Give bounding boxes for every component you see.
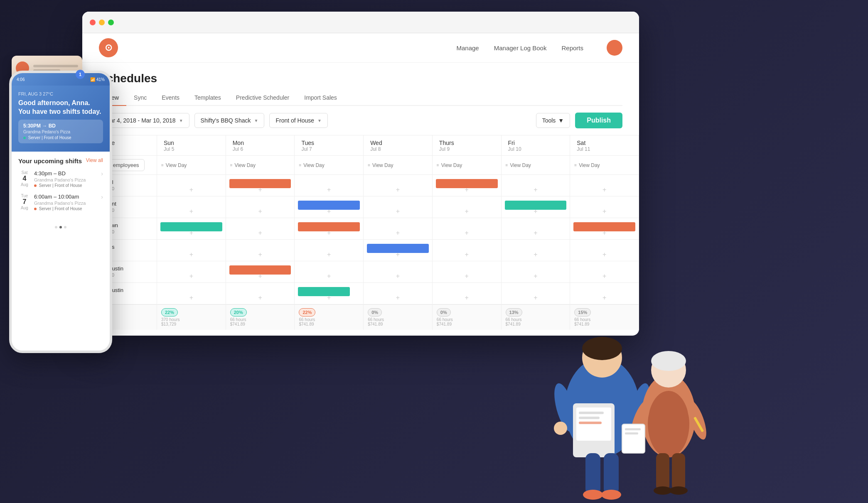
shift-0-sat[interactable]: + bbox=[570, 175, 639, 196]
add-shift-icon[interactable]: + bbox=[327, 251, 331, 258]
shift-1-mon[interactable]: + bbox=[226, 196, 295, 218]
shift-4-wed[interactable]: + bbox=[364, 261, 433, 283]
add-shift-icon[interactable]: + bbox=[465, 272, 469, 280]
add-shift-icon[interactable]: + bbox=[258, 208, 262, 215]
shift-1-sun[interactable]: + bbox=[157, 196, 226, 218]
view-day-tues-btn[interactable]: ≡ View Day bbox=[299, 162, 324, 168]
shift-4-sun[interactable]: + bbox=[157, 261, 226, 283]
add-shift-icon[interactable]: + bbox=[189, 272, 193, 280]
nav-reports[interactable]: Reports bbox=[561, 44, 583, 52]
add-shift-icon[interactable]: + bbox=[189, 294, 193, 302]
add-shift-icon[interactable]: + bbox=[534, 294, 537, 302]
publish-button[interactable]: Publish bbox=[575, 113, 622, 128]
shift-0-wed[interactable]: + bbox=[364, 175, 433, 196]
tab-events[interactable]: Events bbox=[154, 91, 187, 106]
add-shift-icon[interactable]: + bbox=[602, 186, 606, 194]
shift-1-fri[interactable]: + bbox=[502, 196, 570, 218]
add-shift-icon[interactable]: + bbox=[602, 208, 606, 215]
tab-import[interactable]: Import Sales bbox=[297, 91, 344, 106]
shift-0-tues[interactable]: + bbox=[295, 175, 364, 196]
shift-5-wed[interactable]: + bbox=[364, 283, 433, 304]
shift-5-thurs[interactable]: + bbox=[433, 283, 502, 304]
add-shift-icon[interactable]: + bbox=[327, 229, 331, 237]
view-day-mon-btn[interactable]: ≡ View Day bbox=[230, 162, 256, 168]
expand-dot[interactable] bbox=[108, 20, 114, 25]
add-shift-icon[interactable]: + bbox=[258, 229, 262, 237]
view-day-sun-btn[interactable]: ≡ View Day bbox=[161, 162, 187, 168]
shift-3-wed[interactable]: + bbox=[364, 240, 433, 261]
tab-sync[interactable]: Sync bbox=[126, 91, 154, 106]
add-shift-icon[interactable]: + bbox=[396, 294, 400, 302]
shift-4-thurs[interactable]: + bbox=[433, 261, 502, 283]
minimize-dot[interactable] bbox=[99, 20, 105, 25]
date-range-dropdown[interactable]: Mar 4, 2018 - Mar 10, 2018 ▼ bbox=[99, 113, 189, 128]
shift-0-fri[interactable]: + bbox=[502, 175, 570, 196]
shift-1-thurs[interactable]: + bbox=[433, 196, 502, 218]
add-shift-icon[interactable]: + bbox=[465, 294, 469, 302]
shift-1-wed[interactable]: + bbox=[364, 196, 433, 218]
shift-4-tues[interactable]: + bbox=[295, 261, 364, 283]
add-shift-icon[interactable]: + bbox=[258, 294, 262, 302]
shift-2-mon[interactable]: + bbox=[226, 218, 295, 240]
add-shift-icon[interactable]: + bbox=[602, 272, 606, 280]
add-shift-icon[interactable]: + bbox=[602, 229, 606, 237]
shift-5-mon[interactable]: + bbox=[226, 283, 295, 304]
view-all-link[interactable]: View all bbox=[86, 157, 103, 163]
shift-2-sun[interactable]: + bbox=[157, 218, 226, 240]
nav-log-book[interactable]: Manager Log Book bbox=[494, 44, 547, 52]
shift-2-thurs[interactable]: + bbox=[433, 218, 502, 240]
shift-0-sun[interactable]: + bbox=[157, 175, 226, 196]
add-shift-icon[interactable]: + bbox=[534, 208, 537, 215]
add-shift-icon[interactable]: + bbox=[465, 251, 469, 258]
add-shift-icon[interactable]: + bbox=[534, 186, 537, 194]
add-shift-icon[interactable]: + bbox=[396, 251, 400, 258]
add-shift-icon[interactable]: + bbox=[189, 251, 193, 258]
add-shift-icon[interactable]: + bbox=[534, 229, 537, 237]
view-day-wed-btn[interactable]: ≡ View Day bbox=[368, 162, 393, 168]
shift-3-mon[interactable]: + bbox=[226, 240, 295, 261]
shift-item-0[interactable]: Sat 4 Aug 4:30pm – BD Grandma Padano's P… bbox=[18, 170, 103, 188]
shift-3-sun[interactable]: + bbox=[157, 240, 226, 261]
add-shift-icon[interactable]: + bbox=[602, 251, 606, 258]
shift-5-fri[interactable]: + bbox=[502, 283, 570, 304]
add-shift-icon[interactable]: + bbox=[602, 294, 606, 302]
tab-templates[interactable]: Templates bbox=[187, 91, 229, 106]
add-shift-icon[interactable]: + bbox=[396, 186, 400, 194]
shift-3-sat[interactable]: + bbox=[570, 240, 639, 261]
shift-4-sat[interactable]: + bbox=[570, 261, 639, 283]
shift-2-fri[interactable]: + bbox=[502, 218, 570, 240]
add-shift-icon[interactable]: + bbox=[465, 229, 469, 237]
shift-5-sat[interactable]: + bbox=[570, 283, 639, 304]
add-shift-icon[interactable]: + bbox=[258, 186, 262, 194]
shift-item-1[interactable]: Tue 7 Aug 6:00am – 10:00am Grandma Padan… bbox=[18, 194, 103, 211]
view-day-fri-btn[interactable]: ≡ View Day bbox=[506, 162, 531, 168]
shift-2-wed[interactable]: + bbox=[364, 218, 433, 240]
shift-2-sat[interactable]: + bbox=[570, 218, 639, 240]
shift-4-mon[interactable]: + bbox=[226, 261, 295, 283]
restaurant-dropdown[interactable]: Shifty's BBQ Shack ▼ bbox=[194, 113, 265, 128]
view-day-sat-btn[interactable]: ≡ View Day bbox=[574, 162, 600, 168]
tools-dropdown[interactable]: Tools ▼ bbox=[536, 113, 570, 128]
add-shift-icon[interactable]: + bbox=[189, 229, 193, 237]
shift-3-fri[interactable]: + bbox=[502, 240, 570, 261]
add-shift-icon[interactable]: + bbox=[258, 251, 262, 258]
close-dot[interactable] bbox=[90, 20, 96, 25]
shift-1-tues[interactable]: + bbox=[295, 196, 364, 218]
add-shift-icon[interactable]: + bbox=[189, 186, 193, 194]
nav-manage[interactable]: Manage bbox=[456, 44, 479, 52]
add-shift-icon[interactable]: + bbox=[396, 229, 400, 237]
shift-2-tues[interactable]: + bbox=[295, 218, 364, 240]
shift-3-tues[interactable]: + bbox=[295, 240, 364, 261]
add-shift-icon[interactable]: + bbox=[534, 251, 537, 258]
shift-1-sat[interactable]: + bbox=[570, 196, 639, 218]
add-shift-icon[interactable]: + bbox=[465, 208, 469, 215]
add-shift-icon[interactable]: + bbox=[396, 272, 400, 280]
add-shift-icon[interactable]: + bbox=[189, 208, 193, 215]
shift-3-thurs[interactable]: + bbox=[433, 240, 502, 261]
add-shift-icon[interactable]: + bbox=[465, 186, 469, 194]
tab-predictive[interactable]: Predictive Scheduler bbox=[229, 91, 297, 106]
add-shift-icon[interactable]: + bbox=[396, 208, 400, 215]
shift-0-mon[interactable]: + bbox=[226, 175, 295, 196]
shift-5-sun[interactable]: + bbox=[157, 283, 226, 304]
current-shift[interactable]: 5:30PM → BD Grandma Pedano's Pizza Serve… bbox=[18, 120, 103, 143]
